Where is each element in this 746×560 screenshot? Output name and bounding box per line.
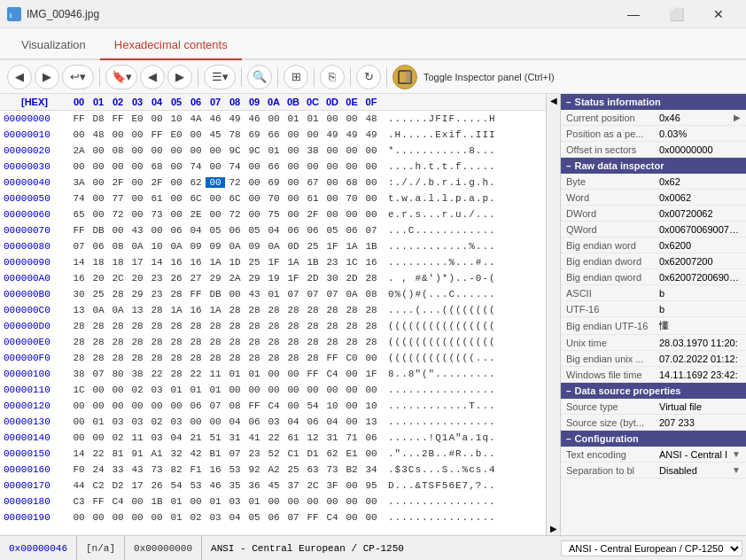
hex-byte-cell[interactable]: 20 [128,273,147,284]
hex-byte-cell[interactable]: 17 [128,257,147,268]
hex-byte-cell[interactable]: 00 [206,145,225,156]
hex-byte-cell[interactable]: 00 [128,161,147,172]
hex-byte-cell[interactable]: 04 [225,512,245,523]
hex-byte-cell[interactable]: 00 [361,161,381,172]
hex-byte-cell[interactable]: 23 [147,273,167,284]
hex-byte-cell[interactable]: 00 [69,129,89,140]
hex-byte-cell[interactable]: 10 [361,401,381,411]
hex-byte-cell[interactable]: 00 [206,416,225,427]
hex-byte-cell[interactable]: 00 [361,177,381,188]
hex-byte-cell[interactable]: 00 [128,401,147,411]
hex-byte-cell[interactable]: 00 [89,193,108,204]
hex-row[interactable]: 00000070FFDB0043000604050605040606050607… [0,222,546,238]
hex-byte-cell[interactable]: 28 [147,305,167,315]
hex-byte-cell[interactable]: 16 [361,257,381,268]
inspector-section-header-data_source[interactable]: – Data source properties [561,383,746,399]
maximize-button[interactable]: ⬜ [656,0,696,28]
hex-byte-cell[interactable]: 00 [147,512,167,523]
hex-byte-cell[interactable]: B1 [206,448,225,459]
hex-byte-cell[interactable]: 09 [206,241,225,252]
hex-byte-cell[interactable]: 00 [108,401,128,411]
hex-byte-cell[interactable]: 06 [303,416,322,427]
hex-byte-cell[interactable]: 00 [284,369,303,379]
hex-byte-cell[interactable]: 00 [128,177,147,188]
hex-byte-cell[interactable]: 28 [245,337,264,347]
hex-byte-cell[interactable]: 00 [322,193,342,204]
hex-byte-cell[interactable]: 04 [225,416,245,427]
hex-byte-cell[interactable]: 00 [245,161,264,172]
hex-byte-cell[interactable]: 28 [69,337,89,347]
hex-byte-cell[interactable]: 28 [264,353,284,363]
hex-byte-cell[interactable]: 28 [245,321,264,331]
hex-byte-cell[interactable]: 07 [303,289,322,299]
hex-byte-cell[interactable]: 20 [89,273,108,284]
hex-byte-cell[interactable]: 28 [361,305,381,315]
hex-byte-cell[interactable]: 68 [147,161,167,172]
hex-byte-cell[interactable]: C3 [69,496,89,507]
hex-byte-cell[interactable]: 28 [167,321,186,331]
hex-byte-cell[interactable]: 2D [342,273,361,284]
hex-byte-cell[interactable]: 00 [225,385,245,395]
hex-byte-cell[interactable]: 00 [206,177,225,188]
hex-byte-cell[interactable]: 06 [89,241,108,252]
hex-byte-cell[interactable]: 00 [206,193,225,204]
inspector-section-header-configuration[interactable]: – Configuration [561,431,746,447]
hex-byte-cell[interactable]: 03 [108,416,128,427]
hex-byte-cell[interactable]: 38 [69,369,89,379]
hex-byte-cell[interactable]: 6C [186,193,206,204]
hex-byte-cell[interactable]: 28 [322,321,342,331]
hex-byte-cell[interactable]: 61 [303,193,322,204]
hex-byte-cell[interactable]: 28 [342,305,361,315]
hex-byte-cell[interactable]: 06 [245,416,264,427]
hex-byte-cell[interactable]: C1 [284,448,303,459]
hex-byte-cell[interactable]: 28 [361,337,381,347]
hex-byte-cell[interactable]: 00 [108,129,128,140]
hex-byte-cell[interactable]: 00 [89,209,108,220]
tab-hexadecimal[interactable]: Hexadecimal contents [100,31,242,60]
hex-byte-cell[interactable]: 01 [284,113,303,124]
hex-byte-cell[interactable]: 32 [167,448,186,459]
hex-byte-cell[interactable]: 28 [128,337,147,347]
hex-byte-cell[interactable]: FF [89,496,108,507]
inspector-row-value[interactable]: ANSI - Central I [659,449,730,460]
hex-byte-cell[interactable]: 02 [186,512,206,523]
hex-byte-cell[interactable]: 06 [361,432,381,443]
hex-byte-cell[interactable]: 00 [186,145,206,156]
hex-byte-cell[interactable]: 00 [108,512,128,523]
hex-byte-cell[interactable]: 36 [245,480,264,491]
hex-byte-cell[interactable]: 28 [303,337,322,347]
hex-row[interactable]: 00000180C3FFC4001B0100010301000000000000… [0,494,546,509]
hex-byte-cell[interactable]: 53 [186,480,206,491]
hex-byte-cell[interactable]: 00 [186,129,206,140]
hex-byte-cell[interactable]: 22 [186,369,206,379]
hex-byte-cell[interactable]: 1D [225,257,245,268]
search-button[interactable]: 🔍 [247,65,272,89]
hex-byte-cell[interactable]: 61 [284,432,303,443]
hex-byte-cell[interactable]: 19 [264,273,284,284]
hex-byte-cell[interactable]: 28 [322,337,342,347]
hex-byte-cell[interactable]: 01 [303,113,322,124]
hex-byte-cell[interactable]: 00 [167,193,186,204]
hex-byte-cell[interactable]: 46 [206,480,225,491]
hex-byte-cell[interactable]: 28 [108,321,128,331]
hex-byte-cell[interactable]: 28 [361,273,381,284]
hex-row[interactable]: 000000C0130A0A13281A161A2828282828282828… [0,302,546,318]
hex-byte-cell[interactable]: FF [245,401,264,411]
hex-byte-cell[interactable]: 2C [108,273,128,284]
hex-byte-cell[interactable]: 00 [108,385,128,395]
hex-byte-cell[interactable]: 00 [361,448,381,459]
hex-byte-cell[interactable]: 00 [361,512,381,523]
hex-rows-container[interactable]: 00000000FFD8FFE000104A464946000101000048… [0,111,546,535]
hex-byte-cell[interactable]: 00 [147,225,167,236]
hex-byte-cell[interactable]: 00 [342,369,361,379]
hex-byte-cell[interactable]: FF [108,113,128,124]
hex-byte-cell[interactable]: 14 [147,257,167,268]
hex-byte-cell[interactable]: 00 [89,177,108,188]
hex-byte-cell[interactable]: 72 [108,209,128,220]
hex-byte-cell[interactable]: 1B [147,496,167,507]
hex-byte-cell[interactable]: 01 [206,496,225,507]
hex-byte-cell[interactable]: 00 [342,512,361,523]
hex-byte-cell[interactable]: 00 [264,496,284,507]
next-button[interactable]: ▶ [167,65,192,89]
hex-byte-cell[interactable]: 25 [89,289,108,299]
